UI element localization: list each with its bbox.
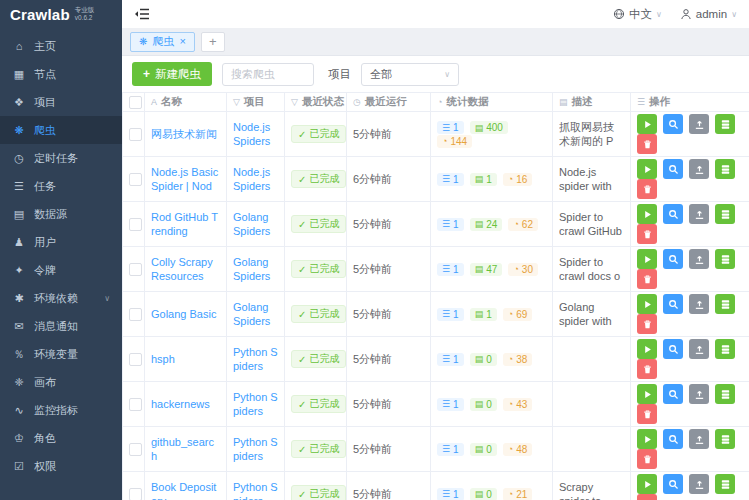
project-link[interactable]: Python Spiders [233, 345, 278, 374]
view-data-button[interactable] [715, 114, 735, 134]
sidebar-item-datasources[interactable]: ▤ 数据源 [0, 200, 122, 228]
tasks-count-badge[interactable]: ☰ 1 [437, 308, 464, 321]
spider-name-link[interactable]: 网易技术新闻 [151, 127, 220, 141]
row-checkbox[interactable] [129, 488, 142, 500]
view-spider-button[interactable] [663, 294, 683, 314]
tasks-count-badge[interactable]: ☰ 1 [437, 398, 464, 411]
close-icon[interactable]: × [179, 36, 185, 47]
status-badge[interactable]: ✓ 已完成 [291, 485, 346, 500]
status-badge[interactable]: ✓ 已完成 [291, 440, 346, 458]
sidebar-item-env-variables[interactable]: ％ 环境变量 [0, 340, 122, 368]
results-count-badge[interactable]: ▤ 24 [470, 218, 503, 231]
project-link[interactable]: Golang Spiders [233, 300, 278, 329]
tasks-count-badge[interactable]: ☰ 1 [437, 443, 464, 456]
delete-spider-button[interactable] [637, 134, 657, 154]
sidebar-item-schedules[interactable]: ◷ 定时任务 [0, 144, 122, 172]
spider-name-link[interactable]: Book Depository [151, 480, 220, 500]
tab-spiders[interactable]: ❋ 爬虫 × [130, 32, 195, 52]
row-checkbox[interactable] [129, 263, 142, 276]
duration-badge[interactable]: ◔ 43 [503, 398, 533, 411]
run-spider-button[interactable] [637, 249, 657, 269]
results-count-badge[interactable]: ▤ 0 [470, 488, 497, 500]
view-data-button[interactable] [715, 474, 735, 494]
view-spider-button[interactable] [663, 339, 683, 359]
upload-files-button[interactable] [689, 204, 709, 224]
upload-files-button[interactable] [689, 384, 709, 404]
duration-badge[interactable]: ◔ 69 [503, 308, 533, 321]
tasks-count-badge[interactable]: ☰ 1 [437, 263, 464, 276]
fold-sidebar-button[interactable] [134, 7, 150, 21]
row-checkbox[interactable] [129, 173, 142, 186]
delete-spider-button[interactable] [637, 404, 657, 424]
spider-name-link[interactable]: hackernews [151, 397, 220, 411]
tasks-count-badge[interactable]: ☰ 1 [437, 218, 464, 231]
column-header-description[interactable]: ▤描述 [553, 93, 631, 112]
run-spider-button[interactable] [637, 204, 657, 224]
view-spider-button[interactable] [663, 474, 683, 494]
view-spider-button[interactable] [663, 429, 683, 449]
spider-name-link[interactable]: Golang Basic [151, 307, 220, 321]
view-spider-button[interactable] [663, 114, 683, 134]
view-data-button[interactable] [715, 294, 735, 314]
status-badge[interactable]: ✓ 已完成 [291, 260, 346, 278]
sidebar-item-tokens[interactable]: ✦ 令牌 [0, 256, 122, 284]
row-checkbox[interactable] [129, 218, 142, 231]
view-data-button[interactable] [715, 204, 735, 224]
results-count-badge[interactable]: ▤ 1 [470, 173, 497, 186]
upload-files-button[interactable] [689, 249, 709, 269]
upload-files-button[interactable] [689, 474, 709, 494]
upload-files-button[interactable] [689, 429, 709, 449]
duration-badge[interactable]: ◔ 16 [503, 173, 533, 186]
project-link[interactable]: Golang Spiders [233, 210, 278, 239]
tasks-count-badge[interactable]: ☰ 1 [437, 353, 464, 366]
sidebar-item-metrics[interactable]: ∿ 监控指标 [0, 396, 122, 424]
delete-spider-button[interactable] [637, 269, 657, 289]
project-link[interactable]: Node.js Spiders [233, 120, 278, 149]
column-header-status[interactable]: ▽最近状态 [285, 93, 347, 112]
view-data-button[interactable] [715, 429, 735, 449]
row-checkbox[interactable] [129, 353, 142, 366]
upload-files-button[interactable] [689, 339, 709, 359]
results-count-badge[interactable]: ▤ 400 [470, 121, 508, 134]
sidebar-item-roles[interactable]: ♔ 角色 [0, 424, 122, 452]
run-spider-button[interactable] [637, 474, 657, 494]
run-spider-button[interactable] [637, 114, 657, 134]
duration-badge[interactable]: ◔ 30 [508, 263, 538, 276]
sidebar-item-nodes[interactable]: ▦ 节点 [0, 60, 122, 88]
results-count-badge[interactable]: ▤ 1 [470, 308, 497, 321]
run-spider-button[interactable] [637, 384, 657, 404]
column-header-actions[interactable]: ☰操作 [631, 93, 749, 112]
user-menu[interactable]: admin ∨ [680, 8, 737, 20]
delete-spider-button[interactable] [637, 224, 657, 244]
sidebar-item-users[interactable]: ♟ 用户 [0, 228, 122, 256]
project-filter-select[interactable]: 全部 ∨ [361, 63, 459, 86]
upload-files-button[interactable] [689, 159, 709, 179]
column-header-project[interactable]: ▽项目 [227, 93, 285, 112]
delete-spider-button[interactable] [637, 449, 657, 469]
run-spider-button[interactable] [637, 294, 657, 314]
view-spider-button[interactable] [663, 384, 683, 404]
column-header-name[interactable]: A名称 [145, 93, 227, 112]
sidebar-item-tasks[interactable]: ☰ 任务 [0, 172, 122, 200]
delete-spider-button[interactable] [637, 179, 657, 199]
delete-spider-button[interactable] [637, 359, 657, 379]
row-checkbox[interactable] [129, 308, 142, 321]
status-badge[interactable]: ✓ 已完成 [291, 395, 346, 413]
delete-spider-button[interactable] [637, 314, 657, 334]
view-data-button[interactable] [715, 249, 735, 269]
spider-name-link[interactable]: hsph [151, 352, 220, 366]
sidebar-item-permissions[interactable]: ☑ 权限 [0, 452, 122, 480]
row-checkbox[interactable] [129, 443, 142, 456]
results-count-badge[interactable]: ▤ 0 [470, 443, 497, 456]
spider-name-link[interactable]: Colly Scrapy Resources [151, 255, 220, 284]
results-count-badge[interactable]: ▤ 47 [470, 263, 503, 276]
column-header-stats[interactable]: ◔统计数据 [431, 93, 553, 112]
status-badge[interactable]: ✓ 已完成 [291, 170, 346, 188]
run-spider-button[interactable] [637, 339, 657, 359]
view-data-button[interactable] [715, 339, 735, 359]
select-all-checkbox[interactable] [129, 96, 142, 109]
view-spider-button[interactable] [663, 204, 683, 224]
column-header-lastrun[interactable]: ◷最近运行 [347, 93, 431, 112]
project-link[interactable]: Node.js Spiders [233, 165, 278, 194]
row-checkbox[interactable] [129, 398, 142, 411]
